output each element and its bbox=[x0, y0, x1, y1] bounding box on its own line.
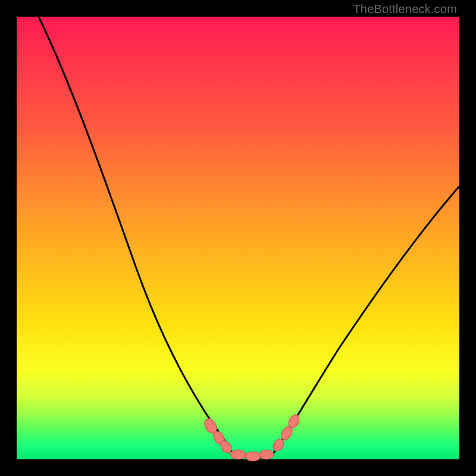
chart-frame: TheBottleneck.com bbox=[0, 0, 476, 476]
marker-dot bbox=[259, 450, 274, 459]
watermark-text: TheBottleneck.com bbox=[353, 2, 457, 16]
chart-svg bbox=[17, 17, 459, 459]
right-curve bbox=[274, 186, 459, 452]
marker-dot bbox=[230, 450, 246, 459]
left-curve bbox=[39, 17, 231, 451]
marker-dot bbox=[245, 452, 261, 461]
marker-group bbox=[202, 413, 302, 461]
